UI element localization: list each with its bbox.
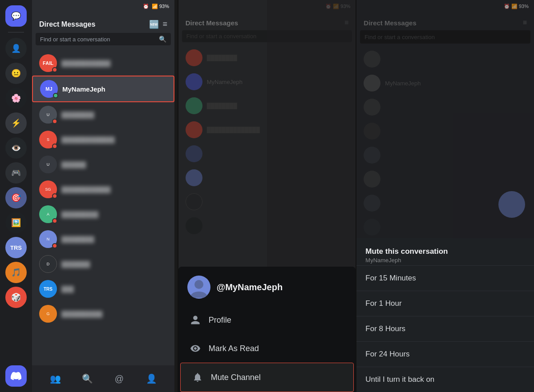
sidebar-server-6[interactable]: 🎮 [5, 162, 27, 184]
mute-channel-label: Mute Channel [211, 373, 261, 382]
svg-point-1 [194, 280, 203, 289]
p3-av-4 [364, 123, 380, 140]
profile-nav-button[interactable]: 👤 [142, 370, 160, 388]
mute-forever[interactable]: Until I turn it back on [356, 367, 534, 392]
p3-header-bg: Direct Messages ≡ [356, 12, 534, 30]
p3-dm-5 [356, 143, 534, 167]
p2-av-6 [186, 169, 202, 186]
p3-partial-avatar [498, 191, 534, 227]
dm-item-name-6: ████████████ [61, 186, 111, 193]
p3-av-3 [364, 99, 380, 116]
dm-title: Direct Messages [39, 20, 95, 28]
mute-24hours[interactable]: For 24 Hours [356, 341, 534, 367]
p3-av-8 [364, 219, 380, 236]
p3-dm-4 [356, 119, 534, 143]
search-nav-button[interactable]: 🔍 [78, 370, 96, 388]
sidebar-server-11[interactable]: 🎲 [5, 287, 27, 308]
user-avatar-trs: TRS [39, 280, 57, 298]
hamburger-menu[interactable]: ≡ [162, 20, 167, 29]
server-sidebar: 💬 👤 😐 🌸 ⚡ 👁️ 🎮 🎯 🖼️ TRS 🎵 🎲 [0, 0, 32, 392]
profile-label: Profile [209, 316, 231, 325]
status-time: ⏰ [143, 4, 149, 9]
dm-item-name-7: █████████ [61, 211, 98, 218]
discord-icon-bottom[interactable] [5, 365, 27, 387]
p2-av-jeph [186, 73, 202, 90]
search-bar[interactable]: Find or start a conversation 🔍 [36, 33, 171, 45]
avatar-wrap-6: SG [39, 180, 57, 198]
dm-item-11[interactable]: G ██████████ [32, 301, 174, 326]
p3-dm-6 [356, 167, 534, 191]
ctx-mute-item[interactable]: Mute Channel [180, 363, 354, 392]
p2-name-4: ██████████████ [207, 127, 260, 133]
new-dm-button[interactable]: 🆕 [149, 20, 159, 29]
dm-item-3[interactable]: U ████████ [32, 102, 174, 127]
user-avatar-9: D [39, 255, 57, 273]
p3-hamburger-bg: ≡ [523, 19, 527, 27]
mute-8hours-label: For 8 Hours [365, 324, 405, 333]
dm-item-name-jeph: MyNameJeph [62, 85, 105, 93]
avatar-wrap-5: U [39, 156, 57, 173]
mute-1hour[interactable]: For 1 Hour [356, 291, 534, 316]
panel-2: ⏰ 📶 93% Direct Messages ≡ Find or start … [178, 0, 356, 392]
dm-item-9[interactable]: D ███████ [32, 252, 174, 276]
status-dot-fail [52, 67, 57, 72]
p2-av-7 [186, 193, 202, 210]
p3-jeph-name: MyNameJeph [385, 80, 421, 87]
dm-item-name-trs: ███ [61, 286, 74, 292]
p3-av-jeph [364, 75, 380, 92]
p3-status-text: ⏰ 📶 93% [504, 4, 529, 9]
dm-item-7[interactable]: A █████████ [32, 202, 174, 227]
mute-subtitle: MyNameJeph [365, 257, 525, 264]
ctx-profile-item[interactable]: Profile [178, 306, 356, 334]
p2-search-placeholder: Find or start a conversation [186, 33, 257, 40]
dm-panel: ⏰ 📶 93% Direct Messages 🆕 ≡ Find or star… [32, 0, 174, 392]
p3-status: ⏰ 📶 93% [356, 0, 534, 12]
status-dot-6 [52, 193, 57, 199]
sidebar-server-10[interactable]: 🎵 [5, 262, 27, 283]
sidebar-server-7[interactable]: 🎯 [5, 187, 27, 208]
dm-item-6[interactable]: SG ████████████ [32, 177, 174, 202]
p2-av-4 [186, 121, 202, 138]
dm-item-trs[interactable]: TRS ███ [32, 276, 174, 301]
avatar-wrap-trs: TRS [39, 280, 57, 298]
sidebar-server-5[interactable]: 👁️ [5, 137, 27, 159]
mentions-nav-button[interactable]: @ [110, 370, 128, 388]
avatar-wrap-3: U [39, 106, 57, 124]
dm-item-info-jeph: MyNameJeph [62, 85, 105, 93]
p3-dm-jeph: MyNameJeph [356, 71, 534, 95]
search-placeholder: Find or start a conversation [40, 36, 155, 43]
avatar-wrap-7: A [39, 205, 57, 223]
dm-item-8[interactable]: N ████████ [32, 227, 174, 252]
dm-item-fail[interactable]: FAIL ████████████ [32, 51, 174, 76]
user-avatar-11: G [39, 305, 57, 323]
user-avatar-5: U [39, 156, 57, 173]
discord-home-icon[interactable]: 💬 [5, 5, 27, 27]
mute-15min[interactable]: For 15 Minutes [356, 265, 534, 291]
sidebar-server-2[interactable]: 😐 [5, 63, 27, 84]
dm-header-actions: 🆕 ≡ [149, 20, 167, 29]
search-icon: 🔍 [159, 36, 166, 43]
p2-chat-bg [267, 0, 356, 276]
friends-nav-button[interactable]: 👥 [46, 370, 64, 388]
sidebar-server-1[interactable]: 👤 [5, 38, 27, 59]
dm-item-name-3: ████████ [61, 112, 94, 118]
dm-item-5[interactable]: U ██████ [32, 152, 174, 177]
dm-item-mynamejeph[interactable]: MJ MyNameJeph [32, 76, 174, 102]
ctx-mark-read-item[interactable]: Mark As Read [178, 334, 356, 363]
dm-item-name-8: ████████ [61, 236, 94, 243]
mute-8hours[interactable]: For 8 Hours [356, 316, 534, 341]
mute-15min-label: For 15 Minutes [365, 274, 416, 282]
person-icon [189, 314, 202, 326]
sidebar-server-4[interactable]: ⚡ [5, 112, 27, 134]
avatar-wrap-jeph: MJ [40, 80, 58, 98]
sidebar-server-trs[interactable]: TRS [5, 237, 27, 258]
context-menu: @MyNameJeph Profile Mark As Read [178, 267, 356, 392]
p3-search-bg-placeholder: Find or start a conversation [364, 34, 435, 40]
p3-av-5 [364, 147, 380, 164]
status-dot-4 [52, 144, 57, 149]
dm-item-4[interactable]: S █████████████ [32, 127, 174, 152]
dm-list: FAIL ████████████ MJ MyNameJeph [32, 49, 174, 365]
sidebar-server-3[interactable]: 🌸 [5, 88, 27, 109]
mute-header: Mute this conversation MyNameJeph [356, 238, 534, 265]
sidebar-server-8[interactable]: 🖼️ [5, 212, 27, 233]
